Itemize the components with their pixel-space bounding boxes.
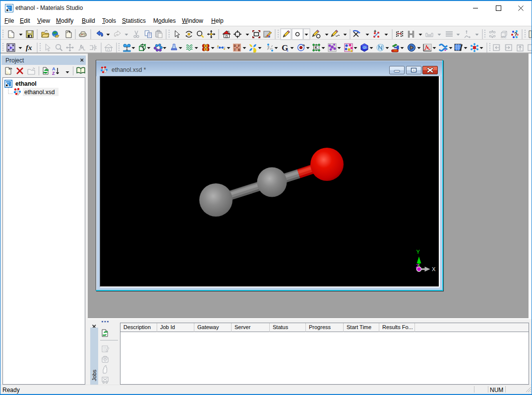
svg-text:Y: Y [416,249,420,255]
svg-text:ethanol: ethanol [15,80,37,87]
svg-text:Z: Z [52,71,55,76]
svg-text:X: X [432,266,436,272]
svg-text:ethanol.xsd: ethanol.xsd [24,89,55,96]
